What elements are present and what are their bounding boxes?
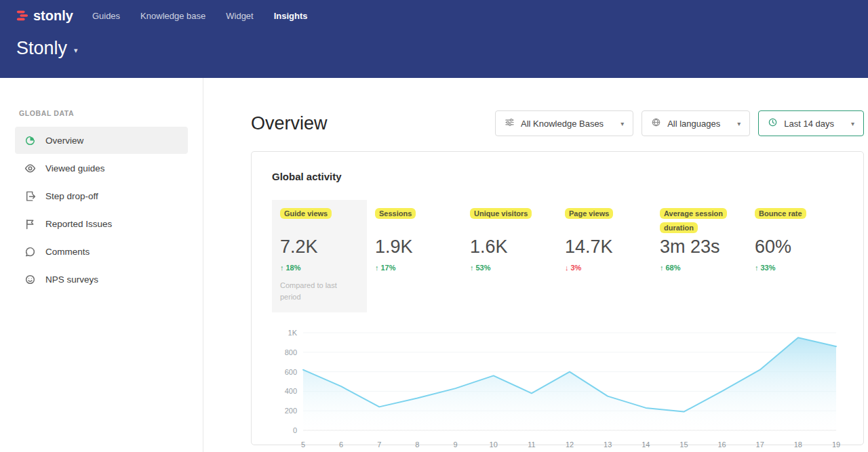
svg-text:12: 12 [566, 440, 574, 449]
metric-note: Compared to last period [280, 280, 344, 303]
knowledge-base-filter[interactable]: All Knowledge Bases ▾ [495, 110, 633, 136]
metric-delta: ↓3% [565, 264, 644, 272]
trend-arrow-icon: ↑ [660, 264, 664, 272]
svg-text:600: 600 [285, 368, 297, 376]
metric-guide-views[interactable]: Guide views 7.2K ↑18% Compared to last p… [272, 200, 367, 312]
activity-area-chart: 02004006008001K5678910111213141516171819 [272, 325, 843, 452]
svg-text:17: 17 [756, 440, 764, 449]
comment-icon [24, 246, 36, 258]
metric-unique-visitors[interactable]: Unique visitors 1.6K ↑53% [462, 200, 557, 312]
global-activity-card: Global activity Guide views 7.2K ↑18% Co… [251, 151, 864, 445]
filter-label: All Knowledge Bases [521, 119, 604, 129]
metric-delta: ↑68% [660, 264, 738, 272]
metric-value: 7.2K [280, 237, 359, 258]
metric-value: 1.9K [375, 237, 454, 258]
metric-value: 3m 23s [660, 237, 738, 258]
sidebar-item-reported-issues[interactable]: Reported Issues [15, 210, 188, 237]
svg-text:7: 7 [377, 440, 381, 449]
svg-text:10: 10 [490, 440, 498, 449]
trend-arrow-icon: ↑ [755, 264, 759, 272]
sidebar-item-label: Overview [45, 136, 83, 146]
metric-value: 60% [755, 237, 833, 258]
metric-delta: ↑18% [280, 264, 359, 272]
svg-text:19: 19 [832, 440, 840, 449]
sidebar-item-label: Step drop-off [45, 191, 98, 201]
sidebar-item-overview[interactable]: Overview [15, 127, 188, 154]
nav-insights[interactable]: Insights [274, 11, 308, 21]
filter-label: Last 14 days [784, 119, 834, 129]
language-filter[interactable]: All languages ▾ [642, 110, 750, 136]
trend-arrow-icon: ↑ [470, 264, 474, 272]
metric-delta: ↑33% [755, 264, 833, 272]
metric-avg-session-duration[interactable]: Average session duration 3m 23s ↑68% [652, 200, 747, 312]
svg-text:9: 9 [454, 440, 458, 449]
sidebar-item-label: Viewed guides [45, 163, 105, 173]
sidebar-item-comments[interactable]: Comments [15, 238, 188, 265]
svg-text:5: 5 [301, 440, 305, 449]
metric-value: 1.6K [470, 237, 549, 258]
main-content: Overview All Knowledge Bases ▾ [203, 78, 868, 452]
chevron-down-icon: ▾ [737, 120, 741, 127]
sidebar: GLOBAL DATA Overview Viewed guides [0, 78, 203, 452]
sidebar-item-viewed-guides[interactable]: Viewed guides [15, 155, 188, 182]
top-navigation: stonly Guides Knowledge base Widget Insi… [16, 0, 852, 27]
svg-text:800: 800 [285, 348, 297, 356]
metric-label: Unique visitors [470, 208, 532, 219]
filter-bar: All Knowledge Bases ▾ All languages ▾ [495, 110, 864, 136]
stonly-logo[interactable]: stonly [16, 8, 73, 24]
sidebar-item-step-drop-off[interactable]: Step drop-off [15, 182, 188, 209]
sliders-icon [505, 117, 515, 129]
svg-text:8: 8 [415, 440, 419, 449]
card-title: Global activity [272, 171, 843, 182]
workspace-title[interactable]: Stonly [16, 38, 67, 59]
chevron-down-icon: ▾ [620, 120, 624, 127]
svg-text:14: 14 [642, 440, 650, 449]
sidebar-item-label: Comments [45, 247, 90, 257]
trend-arrow-icon: ↑ [280, 264, 284, 272]
metric-delta: ↑17% [375, 264, 454, 272]
svg-text:1K: 1K [288, 329, 298, 337]
svg-text:400: 400 [285, 387, 297, 395]
metric-page-views[interactable]: Page views 14.7K ↓3% [557, 200, 652, 312]
app-header: stonly Guides Knowledge base Widget Insi… [0, 0, 868, 78]
top-nav-links: Guides Knowledge base Widget Insights [92, 11, 308, 21]
trend-arrow-icon: ↑ [375, 264, 379, 272]
logo-text: stonly [33, 8, 73, 24]
svg-text:200: 200 [285, 407, 297, 415]
metric-label: Average session duration [660, 208, 727, 233]
svg-text:16: 16 [717, 440, 726, 449]
metric-bounce-rate[interactable]: Bounce rate 60% ↑33% [747, 200, 842, 312]
date-range-filter[interactable]: Last 14 days ▾ [758, 110, 864, 136]
sidebar-item-label: NPS surveys [45, 274, 98, 285]
workspace-selector[interactable]: Stonly ▾ [16, 38, 852, 59]
stonly-logo-icon [16, 9, 28, 22]
nav-knowledge-base[interactable]: Knowledge base [140, 11, 205, 21]
nav-widget[interactable]: Widget [226, 11, 253, 21]
svg-text:15: 15 [679, 440, 688, 449]
pie-chart-icon [24, 135, 36, 146]
sidebar-item-nps-surveys[interactable]: NPS surveys [15, 266, 188, 293]
metric-sessions[interactable]: Sessions 1.9K ↑17% [367, 200, 462, 312]
metric-label: Guide views [280, 208, 332, 219]
page-title: Overview [251, 113, 328, 134]
chevron-down-icon: ▾ [851, 120, 854, 127]
sidebar-section-label: GLOBAL DATA [15, 109, 188, 117]
nav-guides[interactable]: Guides [92, 11, 120, 21]
globe-icon [651, 117, 661, 129]
flag-icon [24, 218, 36, 230]
sidebar-item-label: Reported Issues [45, 219, 112, 229]
metric-label: Bounce rate [755, 208, 806, 219]
svg-text:18: 18 [794, 440, 802, 449]
metric-value: 14.7K [565, 237, 644, 258]
svg-text:0: 0 [293, 426, 297, 434]
svg-text:6: 6 [339, 440, 343, 449]
chevron-down-icon[interactable]: ▾ [74, 42, 78, 55]
step-dropoff-icon [24, 190, 36, 202]
trend-arrow-icon: ↓ [565, 264, 569, 272]
svg-text:13: 13 [604, 440, 612, 449]
clock-icon [768, 117, 778, 129]
metric-label: Page views [565, 208, 613, 219]
metric-label: Sessions [375, 208, 416, 219]
filter-label: All languages [667, 119, 720, 129]
eye-icon [24, 163, 36, 174]
